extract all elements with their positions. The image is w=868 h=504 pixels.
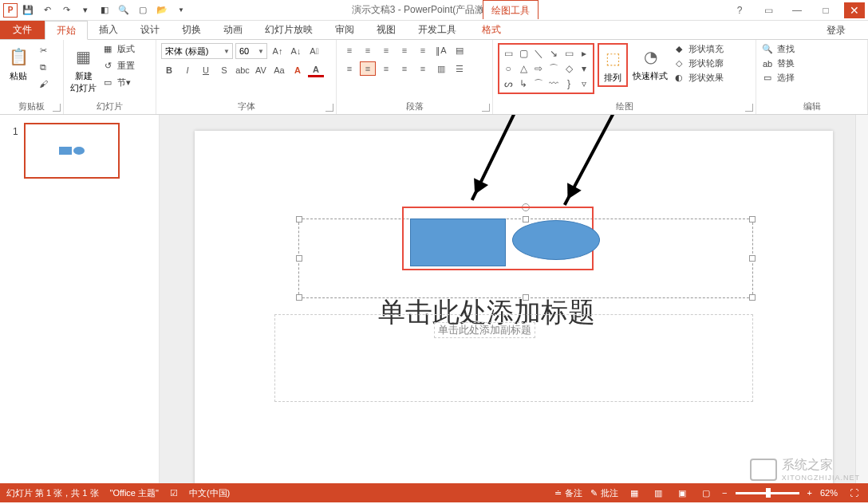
- align-left-button[interactable]: ≡: [341, 61, 357, 76]
- section-button[interactable]: ▭节▾: [101, 77, 135, 89]
- clear-format-icon[interactable]: A⃠: [306, 44, 322, 58]
- login-link[interactable]: 登录: [820, 21, 852, 41]
- distribute-button[interactable]: ≡: [415, 61, 431, 76]
- case-button[interactable]: Aa: [271, 63, 287, 77]
- shape-line-icon[interactable]: ↘: [546, 46, 561, 61]
- resize-handle[interactable]: [749, 294, 756, 301]
- underline-button[interactable]: U: [198, 63, 214, 77]
- qat-icon[interactable]: ◧: [96, 2, 113, 19]
- zoom-out-button[interactable]: −: [722, 488, 727, 498]
- shape-line-icon[interactable]: ＼: [531, 46, 546, 61]
- line-spacing-button[interactable]: ≡: [415, 43, 431, 57]
- quick-styles-button[interactable]: ◔ 快速样式: [631, 43, 669, 84]
- comments-button[interactable]: ✎ 批注: [590, 487, 618, 499]
- tab-slideshow[interactable]: 幻灯片放映: [254, 21, 324, 39]
- increase-indent-button[interactable]: ≡: [397, 43, 412, 57]
- layout-button[interactable]: ▦版式: [101, 43, 135, 55]
- shape-fill-button[interactable]: ◆形状填充: [673, 43, 724, 55]
- tab-transitions[interactable]: 切换: [171, 21, 212, 39]
- normal-view-icon[interactable]: ▦: [626, 486, 642, 499]
- sorter-view-icon[interactable]: ▥: [650, 486, 666, 499]
- fit-window-icon[interactable]: ⛶: [846, 486, 862, 499]
- shape-brace-icon[interactable]: }: [562, 77, 576, 91]
- arrange-button[interactable]: ⬚ 排列: [598, 43, 628, 87]
- maximize-icon[interactable]: □: [815, 2, 836, 18]
- find-button[interactable]: 🔍查找: [761, 43, 862, 55]
- numbering-button[interactable]: ≡: [360, 43, 376, 57]
- shape-tri-icon[interactable]: △: [516, 61, 531, 76]
- copy-icon[interactable]: ⧉: [35, 60, 51, 74]
- spellcheck-icon[interactable]: ☑: [170, 488, 178, 498]
- italic-button[interactable]: I: [180, 63, 195, 77]
- new-slide-button[interactable]: ▦ 新建 幻灯片: [69, 43, 98, 96]
- tab-animations[interactable]: 动画: [212, 21, 254, 39]
- zoom-thumb[interactable]: [766, 488, 771, 498]
- align-text-button[interactable]: ▤: [452, 43, 468, 57]
- shadow-button[interactable]: abc: [235, 63, 251, 77]
- notes-button[interactable]: ≐ 备注: [554, 487, 582, 499]
- align-center-button[interactable]: ≡: [360, 61, 376, 76]
- zoom-level[interactable]: 62%: [820, 488, 838, 498]
- help-icon[interactable]: ?: [729, 2, 750, 18]
- tab-developer[interactable]: 开发工具: [407, 21, 468, 39]
- shape-rect-icon[interactable]: ▢: [516, 46, 531, 61]
- shape-outline-button[interactable]: ◇形状轮廓: [673, 57, 724, 69]
- shape-more-icon[interactable]: ▿: [577, 77, 591, 91]
- qat-icon[interactable]: ▢: [134, 2, 152, 19]
- resize-handle[interactable]: [296, 216, 302, 222]
- shape-rect-icon[interactable]: ▭: [562, 46, 576, 61]
- bullets-button[interactable]: ≡: [341, 43, 357, 57]
- shape-connector-icon[interactable]: ↳: [516, 77, 531, 91]
- columns-button[interactable]: ▥: [433, 61, 449, 76]
- align-right-button[interactable]: ≡: [378, 61, 394, 76]
- subtitle-box[interactable]: [274, 314, 753, 402]
- font-color-button[interactable]: A: [308, 63, 324, 77]
- slide[interactable]: 单击此处添加标题 单击此处添加副标题: [195, 131, 833, 483]
- tab-review[interactable]: 审阅: [324, 21, 365, 39]
- qat-icon[interactable]: ▾: [77, 2, 94, 19]
- clipboard-launcher-icon[interactable]: [53, 104, 61, 112]
- justify-button[interactable]: ≡: [397, 61, 412, 76]
- shape-effects-button[interactable]: ◐形状效果: [673, 72, 724, 84]
- redo-icon[interactable]: ↷: [57, 2, 75, 19]
- text-direction-button[interactable]: ‖A: [433, 43, 449, 57]
- shape-curve-icon[interactable]: ⌒: [546, 61, 561, 76]
- app-icon[interactable]: P: [3, 3, 18, 18]
- font-size-select[interactable]: 60▼: [235, 43, 267, 59]
- tab-insert[interactable]: 插入: [88, 21, 129, 39]
- strikethrough-button[interactable]: S: [216, 63, 232, 77]
- minimize-icon[interactable]: —: [787, 2, 807, 18]
- zoom-slider[interactable]: [736, 492, 799, 494]
- undo-icon[interactable]: ↶: [38, 2, 56, 19]
- replace-button[interactable]: ab替换: [761, 57, 862, 69]
- tab-design[interactable]: 设计: [129, 21, 171, 39]
- tab-view[interactable]: 视图: [365, 21, 407, 39]
- smartart-button[interactable]: ☰: [452, 61, 468, 76]
- shape-curve-icon[interactable]: ⌒: [531, 77, 546, 91]
- qat-icon[interactable]: 🔍: [115, 2, 132, 19]
- decrease-indent-button[interactable]: ≡: [378, 43, 394, 57]
- bold-button[interactable]: B: [161, 63, 177, 77]
- tab-home[interactable]: 开始: [45, 21, 88, 40]
- font-family-select[interactable]: 宋体 (标题)▼: [161, 43, 233, 59]
- shape-rect-icon[interactable]: ▭: [501, 46, 515, 61]
- language-indicator[interactable]: 中文(中国): [189, 487, 230, 499]
- paste-button[interactable]: 📋 粘贴: [5, 43, 32, 84]
- shape-curve-icon[interactable]: ᔕ: [501, 77, 515, 91]
- shape-oval-icon[interactable]: ○: [501, 61, 515, 76]
- shape-more-icon[interactable]: ▾: [577, 61, 591, 76]
- format-painter-icon[interactable]: 🖌: [35, 77, 51, 91]
- close-icon[interactable]: ✕: [844, 2, 865, 18]
- paragraph-launcher-icon[interactable]: [482, 104, 490, 112]
- drawing-launcher-icon[interactable]: [745, 104, 753, 112]
- open-icon[interactable]: 📂: [153, 2, 171, 19]
- rectangle-shape[interactable]: [410, 219, 506, 266]
- vertical-scrollbar[interactable]: [855, 115, 868, 483]
- slideshow-view-icon[interactable]: ▢: [698, 486, 714, 499]
- font-launcher-icon[interactable]: [326, 104, 333, 112]
- shape-arrow-icon[interactable]: ▸: [577, 46, 591, 61]
- resize-handle[interactable]: [296, 294, 302, 301]
- spacing-button[interactable]: AV: [253, 63, 269, 77]
- reset-button[interactable]: ↺重置: [101, 60, 135, 72]
- decrease-font-icon[interactable]: A↓: [288, 44, 304, 58]
